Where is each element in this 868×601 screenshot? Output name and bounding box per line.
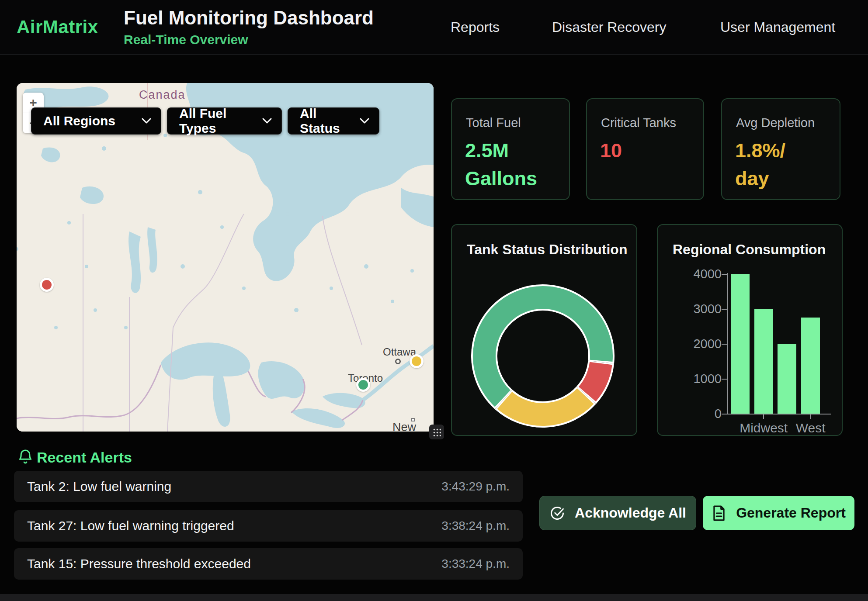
tank-marker-critical[interactable] <box>40 278 54 292</box>
page-title: Fuel Monitoring Dashboard <box>124 7 374 29</box>
stat-label: Total Fuel <box>466 116 521 130</box>
dashboard: AirMatrix Fuel Monitoring Dashboard Real… <box>0 0 868 601</box>
chevron-down-icon <box>142 118 151 124</box>
stat-label: Avg Depletion <box>736 116 815 130</box>
header: AirMatrix Fuel Monitoring Dashboard Real… <box>0 0 868 55</box>
alert-list-item: Tank 27: Low fuel warning triggered 3:38… <box>14 510 523 542</box>
stat-value: 10 <box>600 137 622 165</box>
stat-label: Critical Tanks <box>601 116 676 130</box>
chevron-down-icon <box>360 118 369 124</box>
report-file-icon <box>712 505 726 522</box>
alert-timestamp: 3:33:24 p.m. <box>441 557 510 571</box>
alerts-heading: Recent Alerts <box>37 449 132 466</box>
nav-disaster-recovery[interactable]: Disaster Recovery <box>552 19 666 35</box>
generate-report-button[interactable]: Generate Report <box>703 496 854 530</box>
stat-value: 1.8%/day <box>735 137 785 193</box>
stat-card: Critical Tanks 10 <box>586 98 704 200</box>
alert-timestamp: 3:38:24 p.m. <box>441 519 510 533</box>
chevron-down-icon <box>262 118 272 124</box>
status-filter-value: All Status <box>300 106 352 136</box>
regional-consumption-bar-chart: 01000200030004000MidwestWest <box>658 225 844 437</box>
generate-report-label: Generate Report <box>736 505 846 521</box>
tank-marker-warning[interactable] <box>410 354 424 368</box>
map-city-label-newyork: New York <box>392 421 434 432</box>
alert-message: Tank 2: Low fuel warning <box>27 479 171 494</box>
alert-list-item: Tank 2: Low fuel warning 3:43:29 p.m. <box>14 471 523 502</box>
alert-message: Tank 15: Pressure threshold exceeded <box>27 556 251 571</box>
alert-list-item: Tank 15: Pressure threshold exceeded 3:3… <box>14 548 523 580</box>
acknowledge-all-label: Acknowledge All <box>575 505 686 521</box>
ottawa-town-icon <box>395 359 401 364</box>
grip-dots-icon <box>432 428 441 436</box>
fuel-map[interactable]: Canada Ottawa Toronto New York + − All R… <box>17 83 434 432</box>
fuel-type-filter-dropdown[interactable]: All Fuel Types <box>167 107 282 135</box>
region-filter-value: All Regions <box>43 114 115 128</box>
bell-icon <box>17 448 33 466</box>
map-filter-bar: All Regions All Fuel Types All Status <box>31 107 379 135</box>
check-circle-icon <box>549 505 565 521</box>
map-resize-handle[interactable] <box>429 425 444 439</box>
status-filter-dropdown[interactable]: All Status <box>288 107 379 135</box>
alert-timestamp: 3:43:29 p.m. <box>441 480 510 494</box>
tank-marker-normal[interactable] <box>356 378 370 392</box>
page-subtitle: Real-Time Overview <box>124 32 248 47</box>
stat-card: Total Fuel 2.5MGallons <box>451 98 570 200</box>
tank-status-donut-chart <box>452 225 638 437</box>
fuel-type-filter-value: All Fuel Types <box>179 106 254 136</box>
nav-reports[interactable]: Reports <box>451 19 500 35</box>
brand-logo: AirMatrix <box>17 17 98 38</box>
alert-message: Tank 27: Low fuel warning triggered <box>27 518 234 533</box>
regional-consumption-card: Regional Consumption 01000200030004000Mi… <box>657 224 843 436</box>
nav-user-management[interactable]: User Management <box>720 19 835 35</box>
bottom-strip <box>0 594 868 601</box>
stat-value: 2.5MGallons <box>465 137 537 193</box>
stat-card: Avg Depletion 1.8%/day <box>721 98 840 200</box>
map-country-label: Canada <box>139 88 186 102</box>
region-filter-dropdown[interactable]: All Regions <box>31 107 161 135</box>
acknowledge-all-button[interactable]: Acknowledge All <box>539 496 696 530</box>
tank-status-card: Tank Status Distribution <box>451 224 637 436</box>
